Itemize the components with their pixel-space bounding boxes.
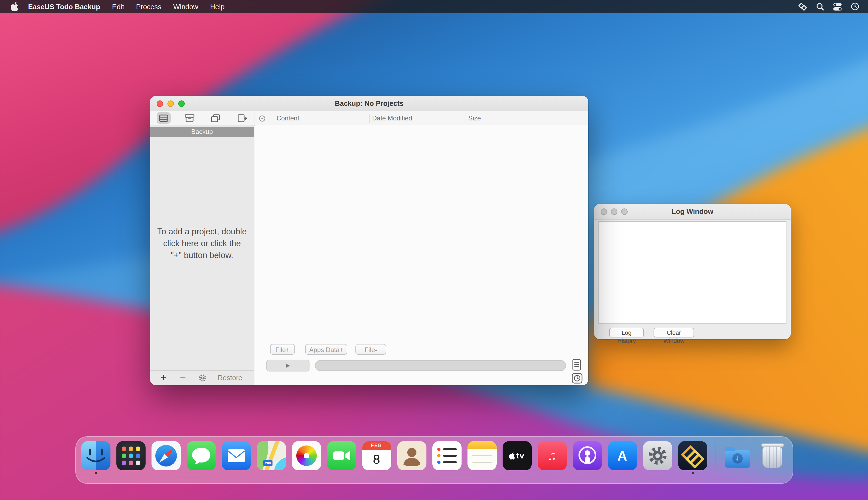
- page-flip-icon[interactable]: [235, 112, 249, 124]
- dock-tv[interactable]: tv: [502, 441, 531, 470]
- spotlight-icon[interactable]: [816, 2, 824, 11]
- podcasts-icon: [573, 441, 602, 470]
- contacts-icon: [397, 441, 426, 470]
- dock-podcasts[interactable]: [573, 441, 602, 470]
- dock-photos[interactable]: [292, 441, 321, 470]
- apple-menu-icon[interactable]: [11, 2, 18, 11]
- column-separator[interactable]: [370, 114, 370, 123]
- dock-downloads[interactable]: ↓: [723, 441, 752, 470]
- trash-icon: [758, 441, 787, 470]
- dock-mail[interactable]: [222, 441, 251, 470]
- dock-calendar[interactable]: FEB 8: [362, 441, 391, 470]
- archive-icon[interactable]: [183, 112, 196, 124]
- clear-window-button[interactable]: Clear Window: [654, 328, 694, 338]
- maps-badge: 280: [265, 461, 271, 465]
- dock-facetime[interactable]: [327, 441, 356, 470]
- menu-item-edit[interactable]: Edit: [112, 2, 124, 11]
- log-window-titlebar[interactable]: Log Window: [594, 204, 791, 220]
- column-content[interactable]: Content: [277, 111, 299, 125]
- close-button[interactable]: [157, 100, 163, 107]
- gear-icon[interactable]: [198, 374, 207, 385]
- control-center-icon[interactable]: [833, 2, 842, 11]
- calendar-icon: FEB 8: [362, 441, 391, 470]
- log-window: Log Window Log History Clear Window: [594, 204, 791, 339]
- menu-item-help[interactable]: Help: [210, 2, 225, 11]
- schedule-clock-icon[interactable]: [572, 373, 583, 384]
- log-output-area[interactable]: [598, 221, 787, 324]
- progress-bar: [315, 360, 566, 371]
- app-store-icon: A: [608, 441, 637, 470]
- view-toolbar: [150, 111, 255, 125]
- dock-easeus-todo-backup[interactable]: [678, 441, 707, 470]
- dock-safari[interactable]: [151, 441, 180, 470]
- copy-icon[interactable]: [208, 112, 223, 124]
- file-remove-button[interactable]: File-: [356, 344, 386, 355]
- status-column-icon[interactable]: [259, 114, 266, 124]
- dock-launchpad[interactable]: [116, 441, 145, 470]
- downloads-folder-icon: ↓: [723, 441, 752, 470]
- backup-window: Backup: No Projects: [150, 96, 588, 385]
- notes-icon: [467, 441, 496, 470]
- dock: 280 FEB 8: [75, 436, 793, 484]
- minimize-button[interactable]: [167, 100, 174, 107]
- dock-music[interactable]: ♫: [538, 441, 567, 470]
- start-backup-button[interactable]: ▶: [266, 360, 309, 372]
- finder-icon: [81, 441, 110, 470]
- tv-label: tv: [516, 451, 525, 461]
- running-indicator: [94, 472, 97, 474]
- reminders-icon: [432, 441, 461, 470]
- safari-icon: [151, 441, 180, 470]
- running-indicator: [691, 472, 694, 474]
- system-preferences-icon: [643, 441, 672, 470]
- empty-projects-hint: To add a project, double click here or c…: [157, 226, 247, 261]
- apps-data-add-button[interactable]: Apps Data+: [305, 344, 347, 355]
- restore-button[interactable]: Restore: [218, 371, 242, 385]
- music-icon: ♫: [538, 441, 567, 470]
- menu-bar: EaseUS Todo Backup Edit Process Window H…: [0, 0, 868, 13]
- window-title: Backup: No Projects: [150, 96, 588, 111]
- table-header: Content Date Modified Size: [255, 111, 588, 125]
- minimize-button[interactable]: [611, 208, 617, 215]
- dock-finder[interactable]: [81, 441, 110, 470]
- dock-reminders[interactable]: [432, 441, 461, 470]
- maps-icon: 280: [257, 441, 286, 470]
- dock-app-store[interactable]: A: [608, 441, 637, 470]
- menu-app-name[interactable]: EaseUS Todo Backup: [28, 2, 100, 11]
- dock-messages[interactable]: [187, 441, 215, 470]
- column-size[interactable]: Size: [468, 111, 481, 125]
- zoom-button[interactable]: [621, 208, 628, 215]
- clock-icon[interactable]: [851, 2, 859, 11]
- add-project-button[interactable]: +: [160, 371, 166, 384]
- projects-sidebar[interactable]: Backup To add a project, double click he…: [150, 125, 255, 385]
- menu-item-process[interactable]: Process: [136, 2, 161, 11]
- file-add-button[interactable]: File+: [270, 344, 295, 355]
- launchpad-icon: [116, 441, 145, 470]
- dock-maps[interactable]: 280: [257, 441, 286, 470]
- document-log-icon[interactable]: [572, 359, 582, 371]
- easeus-status-icon[interactable]: [798, 2, 808, 11]
- dock-notes[interactable]: [467, 441, 496, 470]
- inactive-traffic-lights: [601, 208, 628, 215]
- calendar-month: FEB: [362, 441, 391, 450]
- column-separator[interactable]: [516, 114, 516, 123]
- column-separator[interactable]: [465, 114, 466, 123]
- zoom-button[interactable]: [178, 100, 185, 107]
- backup-window-titlebar[interactable]: Backup: No Projects: [150, 96, 588, 112]
- log-history-button[interactable]: Log History: [609, 328, 644, 338]
- easeus-todo-backup-icon: [678, 441, 707, 470]
- column-date-modified[interactable]: Date Modified: [372, 111, 412, 125]
- menu-item-window[interactable]: Window: [173, 2, 199, 11]
- dock-separator: [714, 441, 715, 470]
- list-view-icon[interactable]: [157, 112, 171, 124]
- close-button[interactable]: [601, 208, 607, 215]
- app-store-letter: A: [617, 448, 627, 464]
- music-note-glyph: ♫: [547, 448, 557, 463]
- dock-system-preferences[interactable]: [643, 441, 672, 470]
- remove-project-button[interactable]: −: [180, 371, 186, 384]
- dock-trash[interactable]: [758, 441, 787, 470]
- backup-content-pane: File+ Apps Data+ File- ▶: [255, 125, 588, 385]
- traffic-lights: [157, 100, 185, 107]
- toolbar-row: Content Date Modified Size: [150, 111, 588, 126]
- backup-tab[interactable]: Backup: [150, 127, 254, 137]
- dock-contacts[interactable]: [397, 441, 426, 470]
